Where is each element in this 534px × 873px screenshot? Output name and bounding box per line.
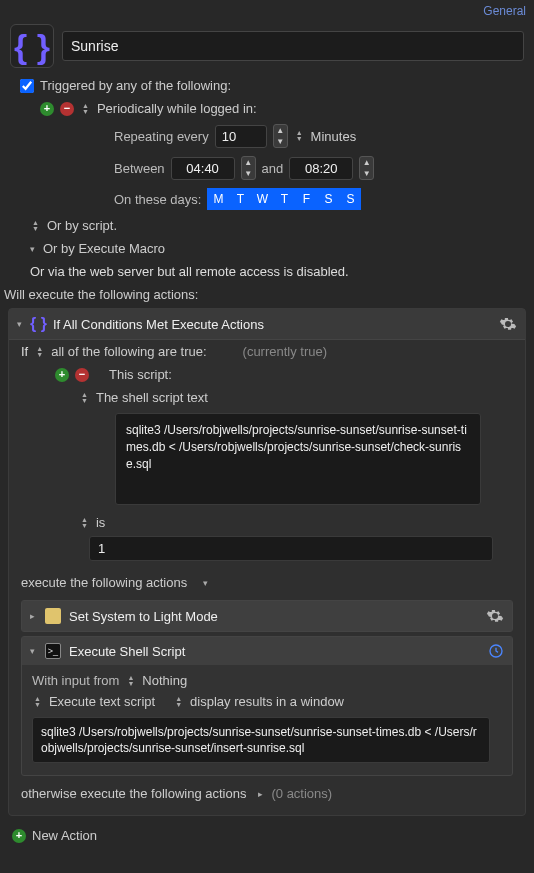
days-row: On these days: M T W T F S S <box>0 184 534 214</box>
shell-text-row: ▲▼ The shell script text <box>9 386 525 409</box>
action-light-mode-title: Set System to Light Mode <box>69 609 218 624</box>
if-card-title: If All Conditions Met Execute Actions <box>53 317 264 332</box>
sort-icon[interactable]: ▲▼ <box>32 220 39 232</box>
sort-icon[interactable]: ▲▼ <box>82 103 89 115</box>
input-from-label: With input from <box>32 673 119 688</box>
if-mode-row: If ▲▼ all of the following are true: (cu… <box>9 340 525 363</box>
sort-icon[interactable]: ▲▼ <box>127 675 134 687</box>
clock-icon[interactable] <box>488 643 504 659</box>
chevron-down-icon[interactable]: ▾ <box>17 319 22 329</box>
remove-trigger-button[interactable]: − <box>60 102 74 116</box>
triggered-row: Triggered by any of the following: <box>0 74 534 97</box>
current-state: (currently true) <box>243 344 328 359</box>
time-to-input[interactable] <box>289 157 353 180</box>
action-script-textarea[interactable]: sqlite3 /Users/robjwells/projects/sunris… <box>32 717 490 763</box>
braces-icon: { } <box>30 315 47 333</box>
display-results-select[interactable]: display results in a window <box>190 694 344 709</box>
compare-value-input[interactable]: 1 <box>89 536 493 561</box>
time-to-stepper[interactable]: ▲▼ <box>359 156 374 180</box>
periodic-row: + − ▲▼ Periodically while logged in: <box>0 97 534 120</box>
unit-sort-icon[interactable]: ▲▼ <box>296 130 303 142</box>
this-script-row: + − This script: <box>9 363 525 386</box>
action-light-mode-header[interactable]: ▸ Set System to Light Mode <box>22 601 512 631</box>
exec-display-row: ▲▼ Execute text script ▲▼ display result… <box>32 690 502 713</box>
day-wed[interactable]: W <box>251 188 273 210</box>
day-tue[interactable]: T <box>229 188 251 210</box>
is-select[interactable]: is <box>96 515 105 530</box>
if-conditions-card: ▾ { } If All Conditions Met Execute Acti… <box>8 308 526 816</box>
repeat-value-input[interactable] <box>215 125 267 148</box>
otherwise-label: otherwise execute the following actions <box>21 786 246 801</box>
otherwise-row: otherwise execute the following actions … <box>9 780 525 807</box>
day-sat[interactable]: S <box>317 188 339 210</box>
repeat-row: Repeating every ▲▼ ▲▼ Minutes <box>0 120 534 152</box>
repeat-stepper[interactable]: ▲▼ <box>273 124 288 148</box>
periodic-select[interactable]: Periodically while logged in: <box>97 101 257 116</box>
if-card-header[interactable]: ▾ { } If All Conditions Met Execute Acti… <box>9 309 525 340</box>
day-thu[interactable]: T <box>273 188 295 210</box>
or-web-label: Or via the web server but all remote acc… <box>30 264 349 279</box>
sort-icon[interactable]: ▲▼ <box>34 696 41 708</box>
chevron-down-icon[interactable]: ▾ <box>30 244 35 254</box>
action-execute-shell-title: Execute Shell Script <box>69 644 185 659</box>
time-from-stepper[interactable]: ▲▼ <box>241 156 256 180</box>
exec-text-select[interactable]: Execute text script <box>49 694 155 709</box>
chevron-right-icon[interactable]: ▸ <box>258 789 263 799</box>
sort-icon[interactable]: ▲▼ <box>36 346 43 358</box>
action-execute-shell-header[interactable]: ▾ >_ Execute Shell Script <box>22 637 512 665</box>
add-trigger-button[interactable]: + <box>40 102 54 116</box>
general-link[interactable]: General <box>0 0 534 18</box>
chevron-right-icon[interactable]: ▸ <box>30 611 35 621</box>
or-web-row: Or via the web server but all remote acc… <box>0 260 534 283</box>
header: { } <box>0 18 534 74</box>
terminal-icon: >_ <box>45 643 61 659</box>
execute-actions-label: execute the following actions ▾ <box>9 569 525 596</box>
shell-text-select[interactable]: The shell script text <box>96 390 208 405</box>
days-group: M T W T F S S <box>207 188 361 210</box>
new-action-label: New Action <box>32 828 97 843</box>
chevron-down-icon[interactable]: ▾ <box>203 578 208 588</box>
between-label: Between <box>114 161 165 176</box>
action-execute-shell: ▾ >_ Execute Shell Script With input fro… <box>21 636 513 776</box>
time-from-input[interactable] <box>171 157 235 180</box>
this-script-label: This script: <box>109 367 172 382</box>
repeat-label: Repeating every <box>114 129 209 144</box>
or-macro-row: ▾ Or by Execute Macro <box>0 237 534 260</box>
remove-condition-button[interactable]: − <box>75 368 89 382</box>
chevron-down-icon[interactable]: ▾ <box>30 646 35 656</box>
if-label: If <box>21 344 28 359</box>
is-row: ▲▼ is <box>9 511 525 534</box>
repeat-unit-select[interactable]: Minutes <box>311 129 357 144</box>
day-fri[interactable]: F <box>295 188 317 210</box>
or-macro-label[interactable]: Or by Execute Macro <box>43 241 165 256</box>
braces-icon: { } <box>14 27 50 66</box>
day-sun[interactable]: S <box>339 188 361 210</box>
triggered-label: Triggered by any of the following: <box>40 78 231 93</box>
add-action-button[interactable]: + <box>12 829 26 843</box>
and-label: and <box>262 161 284 176</box>
sort-icon[interactable]: ▲▼ <box>81 517 88 529</box>
sort-icon[interactable]: ▲▼ <box>175 696 182 708</box>
triggered-checkbox[interactable] <box>20 79 34 93</box>
day-mon[interactable]: M <box>207 188 229 210</box>
add-condition-button[interactable]: + <box>55 368 69 382</box>
macro-logo: { } <box>10 24 54 68</box>
action-light-mode: ▸ Set System to Light Mode <box>21 600 513 632</box>
input-from-row: With input from ▲▼ Nothing <box>32 671 502 690</box>
gear-icon[interactable] <box>486 607 504 625</box>
macro-title-input[interactable] <box>62 31 524 61</box>
system-icon <box>45 608 61 624</box>
or-script-row: ▲▼ Or by script. <box>0 214 534 237</box>
otherwise-count: (0 actions) <box>271 786 332 801</box>
between-row: Between ▲▼ and ▲▼ <box>0 152 534 184</box>
sort-icon[interactable]: ▲▼ <box>81 392 88 404</box>
or-script-label[interactable]: Or by script. <box>47 218 117 233</box>
days-label: On these days: <box>114 192 201 207</box>
exec-label: Will execute the following actions: <box>0 283 534 308</box>
new-action-row[interactable]: + New Action <box>0 824 534 847</box>
condition-script-textarea[interactable]: sqlite3 /Users/robjwells/projects/sunris… <box>115 413 481 505</box>
gear-icon[interactable] <box>499 315 517 333</box>
if-mode-select[interactable]: all of the following are true: <box>51 344 206 359</box>
input-from-select[interactable]: Nothing <box>142 673 187 688</box>
